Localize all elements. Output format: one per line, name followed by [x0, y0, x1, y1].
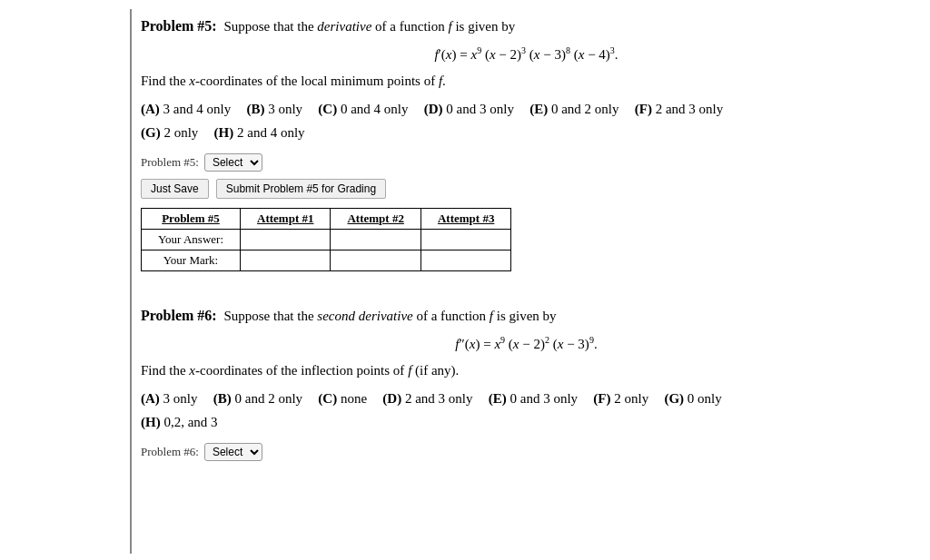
choice-C6: (C) none [312, 391, 367, 406]
problem5-buttons: Just Save Submit Problem #5 for Grading [141, 179, 912, 199]
choice-E5: (E) 0 and 2 only [523, 102, 619, 116]
choice-F6: (F) 2 only [587, 391, 648, 406]
table5-row1-attempt1 [241, 230, 331, 251]
problem6-question: Find the x-coordinates of the inflection… [141, 363, 912, 378]
choice-C5: (C) 0 and 4 only [312, 102, 409, 116]
problem5-select[interactable]: Select A B C D E F G H [204, 153, 262, 172]
choice-G6: (G) 0 only [658, 391, 722, 406]
table5-col2: Attempt #2 [331, 209, 420, 230]
choice-A5: (A) 3 and 4 only [141, 102, 231, 116]
problem5-intro: Suppose that the derivative of a functio… [223, 19, 515, 34]
choice-H6: (H) 0,2, and 3 [141, 415, 218, 429]
problem6-intro: Suppose that the second derivative of a … [223, 309, 556, 323]
choice-F5: (F) 2 and 3 only [628, 102, 723, 116]
table5-row2-attempt3 [420, 251, 510, 271]
problem5-block: Problem #5: Suppose that the derivative … [141, 9, 912, 271]
problem5-attempts-table: Problem #5 Attempt #1 Attempt #2 Attempt… [141, 208, 511, 271]
table5-row1-attempt3 [420, 230, 510, 251]
table5-row1-label: Your Answer: [142, 230, 241, 251]
choice-D6: (D) 2 and 3 only [376, 391, 473, 406]
choice-G5: (G) 2 only [141, 125, 198, 140]
choice-A6: (A) 3 only [141, 391, 198, 406]
choice-E6: (E) 0 and 3 only [481, 391, 578, 406]
problem5-label: Problem #5: [141, 155, 199, 170]
table5-col1: Attempt #1 [241, 209, 331, 230]
table5-col3: Attempt #3 [420, 209, 510, 230]
problem6-formula: f″(x) = x9 (x − 2)2 (x − 3)9. [141, 335, 912, 352]
table5-row2-attempt1 [241, 251, 331, 271]
choice-H5: (H) 2 and 4 only [207, 125, 305, 140]
problem5-choices: (A) 3 and 4 only (B) 3 only (C) 0 and 4 … [141, 98, 912, 144]
choice-B5: (B) 3 only [240, 102, 302, 116]
choice-D5: (D) 0 and 3 only [417, 102, 514, 116]
problem6-block: Problem #6: Suppose that the second deri… [141, 299, 912, 461]
problem5-answer-row: Problem #5: Select A B C D E F G H [141, 153, 912, 172]
problem6-answer-row: Problem #6: Select A B C D E F G H [141, 443, 912, 461]
problem5-submit-button[interactable]: Submit Problem #5 for Grading [216, 179, 386, 199]
table5-row2-label: Your Mark: [142, 251, 241, 271]
problem6-title: Problem #6: [141, 308, 217, 323]
problem6-select[interactable]: Select A B C D E F G H [204, 443, 262, 461]
problem5-question: Find the x-coordinates of the local mini… [141, 74, 912, 89]
choice-B6: (B) 0 and 2 only [206, 391, 302, 406]
problem6-label: Problem #6: [141, 445, 199, 459]
problem6-choices: (A) 3 only (B) 0 and 2 only (C) none (D)… [141, 388, 912, 434]
table5-col0: Problem #5 [142, 209, 241, 230]
table5-row2-attempt2 [331, 251, 420, 271]
problem5-title: Problem #5: [141, 18, 217, 34]
table5-row1-attempt2 [331, 230, 420, 251]
problem5-formula: f′(x) = x9 (x − 2)3 (x − 3)8 (x − 4)3. [141, 45, 912, 63]
problem5-save-button[interactable]: Just Save [141, 179, 209, 199]
